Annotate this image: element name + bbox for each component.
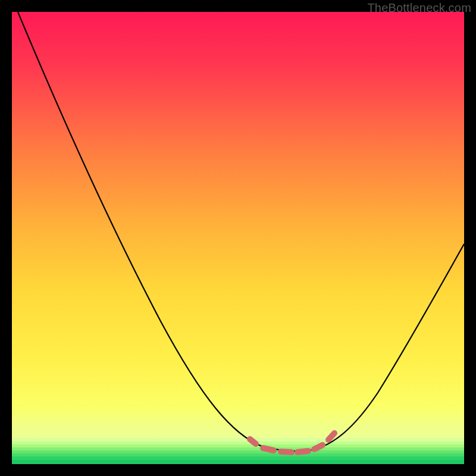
svg-line-6 [328, 433, 334, 440]
svg-line-5 [314, 445, 322, 449]
svg-line-4 [298, 451, 308, 452]
svg-line-1 [250, 439, 256, 444]
chart-plot-area [12, 12, 464, 464]
svg-line-3 [281, 452, 292, 452]
watermark-text: TheBottleneck.com [367, 1, 471, 15]
bottleneck-curve [12, 12, 464, 464]
svg-line-2 [263, 448, 274, 450]
